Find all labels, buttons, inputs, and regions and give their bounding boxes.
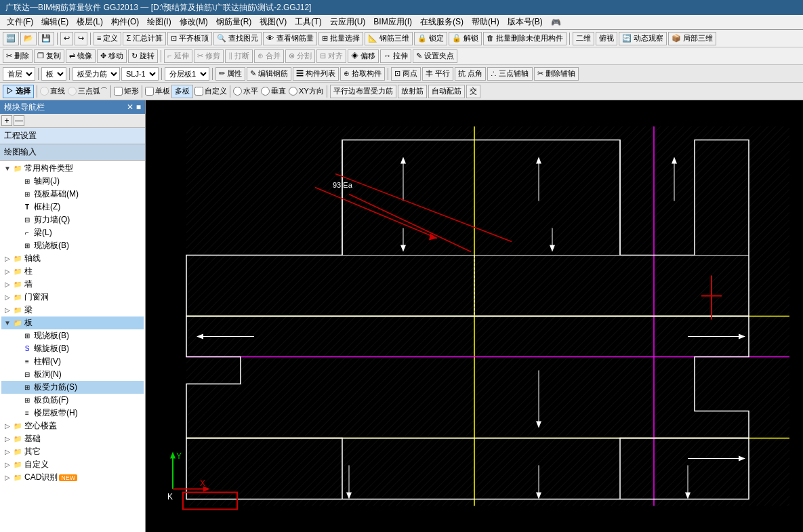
btn-2d[interactable]: 二维: [573, 32, 594, 45]
btn-unlock[interactable]: 🔓 解锁: [449, 32, 482, 45]
btn-pick-component[interactable]: ⊕ 拾取构件: [340, 67, 385, 81]
tree-item-wall[interactable]: ▷ 📁 墙: [1, 278, 144, 291]
btn-save[interactable]: 💾: [38, 32, 54, 45]
tree-item-floor-strip[interactable]: ≡ 楼层板带(H): [1, 407, 144, 420]
btn-new[interactable]: 🆕: [3, 32, 19, 45]
tree-item-beam-root[interactable]: ▷ 📁 梁: [1, 304, 144, 316]
tree-item-axis-network[interactable]: ⊞ 轴网(J): [1, 175, 144, 188]
radio-horiz[interactable]: [233, 87, 242, 96]
btn-batch-delete[interactable]: 🗑 批量删除未使用构件: [483, 32, 567, 45]
tree-item-cast-in-place[interactable]: ⊞ 现浇板(B): [1, 329, 144, 342]
radio-xy-label[interactable]: XY方向: [289, 86, 324, 96]
radio-arc[interactable]: [68, 87, 77, 96]
menu-icon[interactable]: 🎮: [547, 16, 565, 28]
menu-bim[interactable]: BIM应用(I): [369, 15, 416, 29]
menu-file[interactable]: 文件(F): [3, 15, 37, 29]
btn-offset[interactable]: ◈ 偏移: [348, 49, 379, 63]
tree-item-raft-foundation[interactable]: ⊞ 筏板基础(M): [1, 188, 144, 201]
btn-set-grip[interactable]: ✎ 设置夹点: [413, 49, 457, 63]
sidebar-remove-btn[interactable]: —: [14, 115, 24, 126]
tree-item-hollow-floor[interactable]: ▷ 📁 空心楼盖: [1, 420, 144, 432]
menu-view[interactable]: 视图(V): [255, 15, 291, 29]
menu-component[interactable]: 构件(O): [107, 15, 143, 29]
tree-item-slab[interactable]: ▼ 📁 板: [1, 316, 144, 329]
btn-view-rebar[interactable]: 👁 查看钢筋量: [263, 32, 316, 45]
btn-auto-rebar[interactable]: 自动配筋: [428, 85, 465, 98]
btn-rebar-3d[interactable]: 📐 钢筋三维: [365, 32, 413, 45]
menu-rebar[interactable]: 钢筋量(R): [212, 15, 256, 29]
btn-rotate[interactable]: ↻ 旋转: [128, 49, 158, 63]
tree-item-shear-wall[interactable]: ⊟ 剪力墙(Q): [1, 213, 144, 226]
btn-multi-board[interactable]: 多板: [171, 85, 193, 98]
menu-cloud[interactable]: 云应用(U): [326, 15, 370, 29]
btn-point-angle[interactable]: 抗 点角: [455, 67, 486, 81]
tree-item-column[interactable]: ▷ 📁 柱: [1, 265, 144, 278]
btn-open[interactable]: 📂: [20, 32, 37, 45]
btn-property[interactable]: ✏ 属性: [215, 67, 245, 81]
btn-delete-axis[interactable]: ✂ 删除辅轴: [534, 67, 579, 81]
btn-define[interactable]: ≡ 定义: [94, 32, 121, 45]
btn-redo[interactable]: ↪: [75, 32, 87, 45]
cb-single[interactable]: [145, 87, 154, 96]
btn-break[interactable]: ∥ 打断: [225, 49, 253, 63]
tree-item-slab-rebar[interactable]: ⊞ 板受力筋(S): [1, 381, 144, 394]
select-floor[interactable]: 首层: [3, 67, 35, 81]
menu-version[interactable]: 版本号(B): [503, 15, 547, 29]
btn-edit-rebar[interactable]: ✎ 编辑钢筋: [247, 67, 291, 81]
tree-item-spiral-slab[interactable]: S 螺旋板(B): [1, 342, 144, 355]
btn-batch-select[interactable]: ⊞ 批量选择: [318, 32, 363, 45]
btn-mirror[interactable]: ⇌ 镜像: [66, 49, 96, 63]
select-layer[interactable]: 分层板1: [165, 67, 209, 81]
tree-item-custom[interactable]: ▷ 📁 自定义: [1, 458, 144, 471]
btn-select[interactable]: ▷ 选择: [3, 85, 34, 98]
cb-custom[interactable]: [194, 87, 203, 96]
btn-lock[interactable]: 🔒 锁定: [414, 32, 447, 45]
tree-item-door-window[interactable]: ▷ 📁 门窗洞: [1, 291, 144, 304]
radio-vert-label[interactable]: 垂直: [261, 86, 286, 96]
tree-item-neg-rebar[interactable]: ⊞ 板负筋(F): [1, 394, 144, 407]
btn-cross-rebar[interactable]: 交: [466, 85, 480, 98]
menu-modify[interactable]: 修改(M): [176, 15, 212, 29]
sidebar-section-drawing[interactable]: 绘图输入: [0, 144, 145, 161]
radio-horiz-label[interactable]: 水平: [233, 86, 258, 96]
select-subtype[interactable]: SLJ-1: [121, 67, 159, 81]
btn-component-list[interactable]: ☰ 构件列表: [293, 67, 339, 81]
tree-item-frame-column[interactable]: T 框柱(Z): [1, 201, 144, 213]
menu-online[interactable]: 在线服务(S): [416, 15, 468, 29]
btn-dynamic-view[interactable]: 🔄 动态观察: [619, 32, 667, 45]
btn-align[interactable]: ⊟ 对齐: [316, 49, 346, 63]
btn-two-point[interactable]: ⊡ 两点: [391, 67, 421, 81]
select-category[interactable]: 板受力筋: [73, 67, 120, 81]
radio-xy[interactable]: [289, 87, 297, 96]
menu-help[interactable]: 帮助(H): [468, 15, 503, 29]
tree-item-foundation[interactable]: ▷ 📁 基础: [1, 432, 144, 445]
sidebar-close[interactable]: ✕ ■: [127, 102, 141, 112]
btn-trim[interactable]: ✂ 修剪: [194, 49, 224, 63]
btn-delete[interactable]: ✂ 删除: [3, 49, 33, 63]
menu-tools[interactable]: 工具(T): [291, 15, 325, 29]
btn-parallel[interactable]: 丰 平行: [422, 67, 453, 81]
tree-item-slab-hole[interactable]: ⊟ 板洞(N): [1, 368, 144, 381]
btn-align-top[interactable]: ⊡ 平齐板顶: [167, 32, 212, 45]
tree-item-cast-slab[interactable]: ⊞ 现浇板(B): [1, 239, 144, 252]
tree-item-common-types[interactable]: ▼ 📁 常用构件类型: [1, 162, 144, 175]
tree-item-beam[interactable]: ⌐ 梁(L): [1, 226, 144, 239]
select-type[interactable]: 板: [41, 67, 66, 81]
tree-item-cad[interactable]: ▷ 📁 CAD识别 NEW: [1, 471, 144, 484]
radio-line[interactable]: [40, 87, 49, 96]
sidebar-add-btn[interactable]: +: [1, 115, 12, 126]
btn-move[interactable]: ✥ 移动: [97, 49, 127, 63]
canvas-area[interactable]: Y X K 93 Ea: [146, 100, 803, 532]
menu-edit[interactable]: 编辑(E): [37, 15, 73, 29]
btn-radial-rebar[interactable]: 放射筋: [398, 85, 427, 98]
tree-item-other[interactable]: ▷ 📁 其它: [1, 445, 144, 458]
btn-split[interactable]: ⊗ 分割: [285, 49, 315, 63]
btn-copy[interactable]: ❐ 复制: [34, 49, 64, 63]
radio-line-label[interactable]: 直线: [40, 86, 65, 96]
btn-find[interactable]: 🔍 查找图元: [213, 32, 262, 45]
tree-item-axis-line[interactable]: ▷ 📁 轴线: [1, 252, 144, 265]
btn-undo[interactable]: ↩: [60, 32, 73, 45]
sidebar-section-project[interactable]: 工程设置: [0, 128, 145, 144]
menu-floor[interactable]: 楼层(L): [73, 15, 107, 29]
radio-vert[interactable]: [261, 87, 270, 96]
